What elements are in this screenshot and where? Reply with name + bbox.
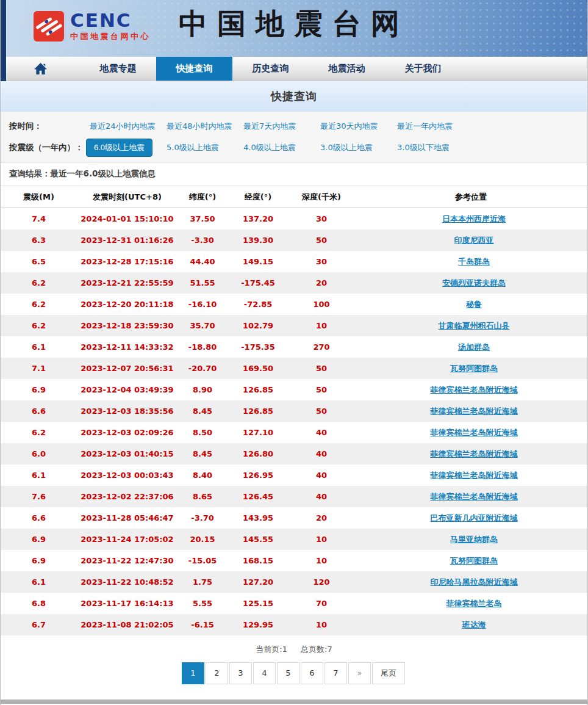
table-row: 6.62023-11-28 05:46:47-3.70143.9520巴布亚新几…	[1, 507, 587, 529]
magnitude-cell: 7.6	[1, 492, 77, 501]
location-link[interactable]: 甘肃临夏州积石山县	[439, 321, 510, 330]
magnitude-filter-option-1[interactable]: 5.0级以上地震	[167, 142, 219, 153]
depth-cell: 10	[289, 321, 354, 330]
page-banner: 快捷查询	[1, 81, 587, 112]
result-summary-bar: 查询结果：最近一年6.0级以上地震信息	[1, 162, 587, 186]
depth-cell: 40	[289, 492, 354, 501]
location-link[interactable]: 印度尼西亚	[454, 236, 494, 245]
location-link[interactable]: 巴布亚新几内亚附近海域	[431, 513, 518, 522]
location-link[interactable]: 菲律宾棉兰老岛附近海域	[431, 449, 518, 458]
result-summary-text: 查询结果：最近一年6.0级以上地震信息	[1, 168, 156, 179]
magnitude-cell: 6.9	[1, 535, 77, 544]
magnitude-cell: 6.2	[1, 278, 77, 287]
page-button-2[interactable]: 2	[206, 662, 228, 684]
magnitude-cell: 6.1	[1, 577, 77, 587]
time-filter-option-cell: 最近30天内地震	[320, 121, 397, 132]
time-filter-option-1[interactable]: 最近48小时内地震	[167, 121, 232, 132]
page-button-7[interactable]: 7	[324, 662, 347, 684]
depth-cell: 50	[289, 364, 354, 373]
location-link[interactable]: 瓦努阿图群岛	[450, 556, 498, 565]
depth-cell: 30	[289, 214, 354, 223]
time-filter-option-cell: 最近一年内地震	[397, 121, 474, 132]
next-pages-button[interactable]: »	[348, 662, 371, 684]
depth-cell: 50	[289, 407, 354, 416]
page-button-4[interactable]: 4	[253, 662, 276, 684]
location-link[interactable]: 菲律宾棉兰老岛附近海域	[431, 492, 518, 501]
location-link[interactable]: 秘鲁	[466, 300, 482, 309]
table-row: 6.92023-12-04 03:49:398.90126.8550菲律宾棉兰老…	[1, 379, 587, 400]
time-filter-option-0[interactable]: 最近24小时内地震	[90, 121, 156, 132]
latitude-cell: -6.15	[177, 620, 228, 629]
nav-item-3[interactable]: 历史查询	[232, 57, 309, 81]
nav-item-1[interactable]: 地震专题	[80, 57, 156, 81]
location-link[interactable]: 日本本州西岸近海	[442, 214, 506, 223]
time-filter-option-3[interactable]: 最近30天内地震	[320, 121, 378, 132]
location-link[interactable]: 安德烈亚诺夫群岛	[442, 278, 506, 287]
nav-item-label: 快捷查询	[176, 63, 213, 74]
magnitude-filter-option-2[interactable]: 4.0级以上地震	[243, 142, 296, 153]
location-link[interactable]: 瓦努阿图群岛	[450, 364, 498, 373]
latitude-cell: -16.10	[177, 300, 228, 309]
magnitude-filter-option-3[interactable]: 3.0级以上地震	[320, 142, 373, 153]
magnitude-filter-row: 按震级（一年内）： 6.0级以上地震5.0级以上地震4.0级以上地震3.0级以上…	[1, 137, 587, 158]
page: CENC 中国地震台网中心 中国地震台网 地震专题快捷查询历史查询地震活动关于我…	[0, 0, 588, 705]
longitude-cell: -175.35	[228, 342, 289, 352]
location-link[interactable]: 菲律宾棉兰老岛附近海域	[431, 407, 518, 416]
location-link[interactable]: 班达海	[462, 620, 486, 629]
nav-item-label: 历史查询	[253, 63, 289, 74]
nav-item-4[interactable]: 地震活动	[309, 57, 385, 81]
table-row: 6.22023-12-21 22:55:5951.55-175.4520安德烈亚…	[1, 272, 587, 294]
nav-item-home[interactable]	[1, 57, 80, 81]
cenc-logo[interactable]: CENC 中国地震台网中心	[33, 10, 151, 42]
page-button-3[interactable]: 3	[229, 662, 252, 684]
magnitude-cell: 7.4	[1, 214, 77, 223]
time-filter-option-2[interactable]: 最近7天内地震	[243, 121, 296, 132]
magnitude-filter-option-4[interactable]: 3.0级以下地震	[397, 142, 450, 153]
logo-acronym: CENC	[70, 11, 151, 29]
location-link[interactable]: 千岛群岛	[458, 257, 490, 266]
location-link[interactable]: 菲律宾棉兰老岛	[446, 599, 502, 608]
time-cell: 2023-11-08 21:02:05	[77, 620, 177, 629]
longitude-cell: 127.10	[228, 428, 289, 437]
page-button-6[interactable]: 6	[301, 662, 323, 684]
cenc-logo-text: CENC 中国地震台网中心	[70, 11, 151, 42]
location-link[interactable]: 马里亚纳群岛	[450, 535, 498, 544]
longitude-cell: 125.15	[228, 599, 289, 608]
depth-cell: 10	[289, 556, 354, 565]
magnitude-filter-option-cell: 4.0级以上地震	[243, 139, 320, 157]
time-filter-option-4[interactable]: 最近一年内地震	[397, 121, 453, 132]
depth-cell: 40	[289, 471, 354, 480]
table-row: 7.42024-01-01 15:10:1037.50137.2030日本本州西…	[1, 208, 587, 230]
nav-item-2[interactable]: 快捷查询	[156, 57, 232, 81]
time-cell: 2023-11-22 10:48:52	[77, 577, 177, 587]
location-cell: 安德烈亚诺夫群岛	[354, 278, 587, 289]
location-link[interactable]: 菲律宾棉兰老岛附近海域	[431, 428, 518, 437]
latitude-cell: -3.70	[177, 513, 228, 522]
location-link[interactable]: 印尼哈马黑拉岛附近海域	[431, 577, 518, 587]
location-link[interactable]: 菲律宾棉兰老岛附近海域	[431, 385, 518, 394]
nav-item-label: 地震专题	[100, 63, 137, 74]
magnitude-filter-option-cell: 3.0级以上地震	[320, 139, 397, 157]
time-cell: 2024-01-01 15:10:10	[77, 214, 177, 223]
current-page-label: 当前页:1	[256, 645, 287, 654]
page-button-5[interactable]: 5	[277, 662, 299, 684]
location-link[interactable]: 菲律宾棉兰老岛附近海域	[431, 471, 518, 480]
last-page-button[interactable]: 尾页	[372, 662, 405, 684]
nav-item-5[interactable]: 关于我们	[385, 57, 461, 81]
page-button-1[interactable]: 1	[182, 662, 204, 684]
nav-item-label: 地震活动	[329, 63, 365, 74]
column-header-0: 震级(M)	[1, 192, 77, 203]
magnitude-filter-option-cell: 5.0级以上地震	[167, 139, 243, 157]
magnitude-cell: 6.6	[1, 513, 77, 522]
table-row: 7.12023-12-07 20:56:31-20.70169.5050瓦努阿图…	[1, 358, 587, 379]
magnitude-cell: 6.8	[1, 599, 77, 608]
location-link[interactable]: 汤加群岛	[458, 342, 490, 352]
pagination: 当前页:1 总页数:7 1234567»尾页	[1, 635, 587, 684]
latitude-cell: 1.75	[177, 577, 228, 587]
cenc-logo-icon	[33, 10, 65, 42]
latitude-cell: 35.70	[177, 321, 228, 330]
magnitude-filter-option-0[interactable]: 6.0级以上地震	[86, 139, 152, 157]
latitude-cell: 8.45	[177, 449, 228, 458]
latitude-cell: 20.15	[177, 535, 228, 544]
latitude-cell: 8.45	[177, 407, 228, 416]
